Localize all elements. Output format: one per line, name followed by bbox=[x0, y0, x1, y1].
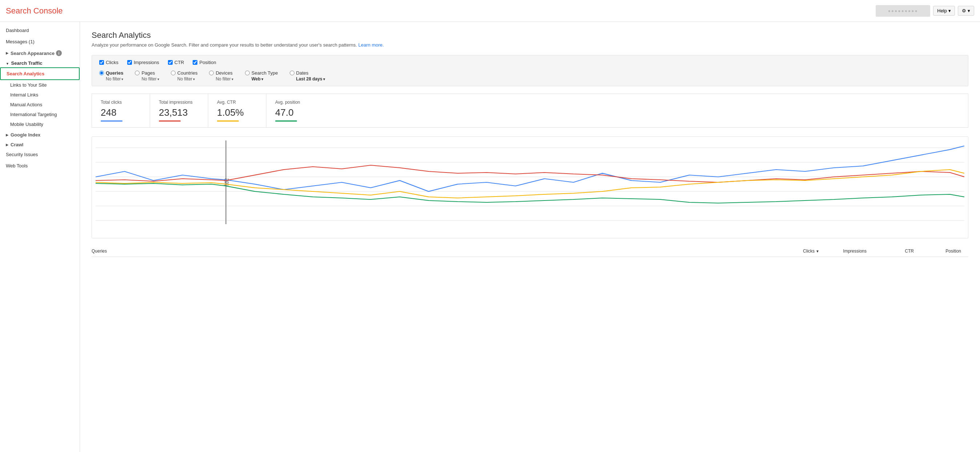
chevron-down-icon: ▾ bbox=[968, 8, 970, 13]
radio-countries: Countries No filter ▾ bbox=[171, 70, 198, 81]
chevron-down-icon: ▾ bbox=[232, 77, 233, 81]
sidebar-item-search-analytics[interactable]: Search Analytics bbox=[0, 67, 80, 80]
page-title: Search Analytics bbox=[92, 30, 968, 40]
sidebar-item-links-to-site[interactable]: Links to Your Site bbox=[0, 80, 80, 90]
chevron-down-icon: ▾ bbox=[121, 77, 123, 81]
sidebar-section-search-traffic[interactable]: ▼ Search Traffic bbox=[0, 57, 80, 67]
chevron-down-icon: ▾ bbox=[948, 8, 951, 13]
sidebar-section-search-appearance[interactable]: ▶ Search Appearance i bbox=[0, 47, 80, 57]
stat-bar-blue bbox=[101, 120, 123, 121]
radio-dates: Dates Last 28 days ▾ bbox=[290, 70, 325, 81]
expand-icon: ▶ bbox=[6, 143, 8, 147]
table-col-impressions[interactable]: Impressions bbox=[827, 249, 874, 254]
table-col-position[interactable]: Position bbox=[921, 249, 968, 254]
expand-icon: ▼ bbox=[6, 62, 9, 65]
sidebar-item-international-targeting[interactable]: International Targeting bbox=[0, 110, 80, 119]
sidebar-item-messages[interactable]: Messages (1) bbox=[0, 36, 80, 47]
stat-ctr: Avg. CTR 1.05% bbox=[208, 94, 266, 128]
stat-impressions: Total impressions 23,513 bbox=[150, 94, 208, 128]
chevron-down-icon: ▾ bbox=[261, 77, 263, 81]
info-icon: i bbox=[56, 50, 62, 56]
sidebar-item-manual-actions[interactable]: Manual Actions bbox=[0, 100, 80, 110]
checkbox-impressions[interactable]: Impressions bbox=[127, 60, 159, 65]
sidebar-item-web-tools[interactable]: Web Tools bbox=[0, 160, 80, 171]
checkbox-ctr[interactable]: CTR bbox=[168, 60, 184, 65]
expand-icon: ▶ bbox=[6, 133, 8, 137]
stat-bar-green bbox=[275, 120, 297, 121]
sidebar-item-mobile-usability[interactable]: Mobile Usability bbox=[0, 119, 80, 129]
radio-queries: Queries No filter ▾ bbox=[99, 70, 123, 81]
help-button[interactable]: Help ▾ bbox=[933, 6, 955, 16]
radio-search-type: Search Type Web ▾ bbox=[245, 70, 278, 81]
expand-icon: ▶ bbox=[6, 51, 8, 55]
chart-svg: Note bbox=[95, 141, 964, 224]
radio-row: Queries No filter ▾ Pages No filter bbox=[99, 70, 961, 81]
gear-icon: ⚙ bbox=[962, 8, 966, 13]
sidebar-item-dashboard[interactable]: Dashboard bbox=[0, 25, 80, 36]
learn-more-link[interactable]: Learn more. bbox=[358, 42, 384, 48]
sidebar: Dashboard Messages (1) ▶ Search Appearan… bbox=[0, 22, 80, 452]
filter-search-type[interactable]: Web ▾ bbox=[245, 77, 263, 81]
checkbox-clicks[interactable]: Clicks bbox=[99, 60, 118, 65]
layout: Dashboard Messages (1) ▶ Search Appearan… bbox=[0, 22, 980, 452]
table-col-ctr[interactable]: CTR bbox=[874, 249, 921, 254]
chevron-down-icon: ▾ bbox=[158, 77, 159, 81]
stat-bar-red bbox=[159, 120, 181, 121]
settings-button[interactable]: ⚙ ▾ bbox=[958, 6, 974, 16]
stat-clicks: Total clicks 248 bbox=[92, 94, 150, 128]
filter-pages[interactable]: No filter ▾ bbox=[135, 77, 159, 81]
filter-bar: Clicks Impressions CTR Position bbox=[92, 55, 968, 86]
sidebar-section-google-index[interactable]: ▶ Google Index bbox=[0, 129, 80, 139]
stats-row: Total clicks 248 Total impressions 23,51… bbox=[92, 94, 968, 128]
table-col-queries: Queries bbox=[92, 249, 780, 254]
sidebar-section-crawl[interactable]: ▶ Crawl bbox=[0, 139, 80, 149]
filter-countries[interactable]: No filter ▾ bbox=[171, 77, 195, 81]
chevron-down-icon: ▾ bbox=[323, 77, 325, 81]
header-actions: ●●●●●●●●● Help ▾ ⚙ ▾ bbox=[876, 5, 974, 17]
filter-queries[interactable]: No filter ▾ bbox=[99, 77, 123, 81]
stat-bar-orange bbox=[217, 120, 239, 121]
stat-position: Avg. position 47.0 bbox=[266, 94, 325, 128]
main-content: Search Analytics Analyze your performanc… bbox=[80, 22, 980, 452]
chart-container: Note bbox=[92, 136, 968, 238]
radio-devices: Devices No filter ▾ bbox=[209, 70, 233, 81]
page-description: Analyze your performance on Google Searc… bbox=[92, 42, 968, 48]
app-title: Search Console bbox=[6, 6, 63, 16]
chevron-down-icon: ▾ bbox=[193, 77, 195, 81]
filter-dates[interactable]: Last 28 days ▾ bbox=[290, 77, 325, 81]
filter-devices[interactable]: No filter ▾ bbox=[209, 77, 233, 81]
header: Search Console ●●●●●●●●● Help ▾ ⚙ ▾ bbox=[0, 0, 980, 22]
sort-icon: ▼ bbox=[816, 249, 819, 253]
sidebar-item-security-issues[interactable]: Security Issues bbox=[0, 149, 80, 160]
table-header: Queries Clicks ▼ Impressions CTR Positio… bbox=[92, 246, 968, 257]
checkbox-position[interactable]: Position bbox=[192, 60, 216, 65]
account-selector[interactable]: ●●●●●●●●● bbox=[876, 5, 930, 17]
checkbox-row: Clicks Impressions CTR Position bbox=[99, 60, 961, 65]
radio-pages: Pages No filter ▾ bbox=[135, 70, 159, 81]
table-col-clicks[interactable]: Clicks ▼ bbox=[780, 249, 827, 254]
sidebar-item-internal-links[interactable]: Internal Links bbox=[0, 90, 80, 100]
